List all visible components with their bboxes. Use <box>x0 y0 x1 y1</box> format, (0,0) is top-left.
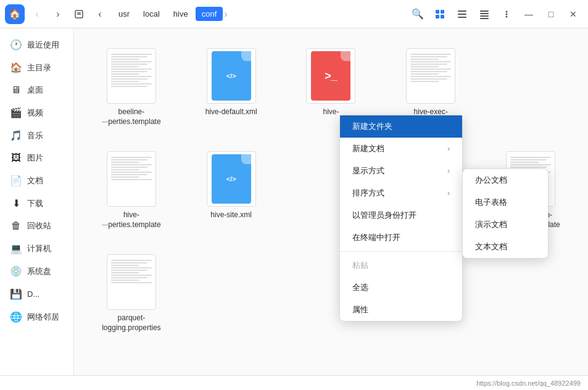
trash-icon: 🗑 <box>10 220 22 231</box>
sort-mode-arrow-icon: › <box>447 189 450 197</box>
list-item[interactable]: beeline-···perties.template <box>86 41 176 134</box>
svg-rect-4 <box>441 10 444 14</box>
maximize-button[interactable]: □ <box>541 4 561 24</box>
svg-rect-11 <box>480 13 489 14</box>
music-icon: 🎵 <box>10 130 22 141</box>
svg-rect-10 <box>480 10 489 12</box>
svg-rect-9 <box>458 17 466 18</box>
ctx-new-doc[interactable]: 新建文档 › 办公文档 电子表格 演示文档 文本文档 <box>340 138 462 160</box>
close-button[interactable]: ✕ <box>563 4 583 24</box>
titlebar: 🏠 ‹ › ‹ usr local hive conf › 🔍 — □ ✕ <box>0 0 588 28</box>
home-icon: 🏠 <box>10 62 22 73</box>
nav-forward-button[interactable]: › <box>49 6 67 23</box>
list-view-button[interactable] <box>452 4 472 24</box>
titlebar-actions: 🔍 — □ ✕ <box>408 4 583 24</box>
file-name: hive-···perties.template <box>102 210 160 230</box>
ctx-open-as-admin[interactable]: 以管理员身份打开 <box>340 204 462 226</box>
breadcrumb-conf[interactable]: conf <box>196 7 223 21</box>
ctx-display-mode[interactable]: 显示方式 › <box>340 160 462 182</box>
breadcrumb-hive[interactable]: hive <box>167 7 194 21</box>
sidebar-item-music-label: 音乐 <box>27 130 43 141</box>
breadcrumb-local[interactable]: local <box>137 7 166 21</box>
sidebar-item-system-disk-label: 系统盘 <box>27 266 51 277</box>
ctx-sort-mode[interactable]: 排序方式 › <box>340 182 462 204</box>
submenu-item-text-doc[interactable]: 文本文档 <box>463 236 548 258</box>
sidebar-item-music[interactable]: 🎵 音乐 <box>2 125 71 146</box>
pictures-icon: 🖼 <box>10 152 22 164</box>
search-button[interactable]: 🔍 <box>408 4 428 24</box>
detail-view-button[interactable] <box>474 4 494 24</box>
context-menu: 新建文件夹 新建文档 › 办公文档 电子表格 演示文档 文本文档 显示方式 › … <box>339 115 463 322</box>
sidebar-item-pictures[interactable]: 🖼 图片 <box>2 147 71 168</box>
clock-icon: 🕐 <box>10 39 22 51</box>
sidebar-item-downloads[interactable]: ⬇ 下载 <box>2 193 71 214</box>
nav-back-button[interactable]: ‹ <box>28 6 46 23</box>
sidebar-item-trash[interactable]: 🗑 回收站 <box>2 215 71 236</box>
svg-rect-3 <box>436 10 439 14</box>
file-name: hive-site.xml <box>210 210 252 220</box>
sidebar-item-network[interactable]: 🌐 网络邻居 <box>2 306 71 328</box>
list-item[interactable]: </> hive-site.xml <box>186 144 276 237</box>
drive-icon: 💾 <box>10 288 22 300</box>
minimize-button[interactable]: — <box>519 4 539 24</box>
nav-parent-button[interactable]: ‹ <box>91 6 109 23</box>
file-thumbnail <box>107 254 156 310</box>
file-name: beeline-···perties.template <box>102 107 160 127</box>
file-name: parquet-logging.properties <box>102 313 160 333</box>
breadcrumb-usr[interactable]: usr <box>112 7 136 21</box>
submenu-item-presentation[interactable]: 演示文档 <box>463 214 548 236</box>
file-content: beeline-···perties.template </> hive-def… <box>74 28 588 375</box>
svg-rect-5 <box>436 15 439 19</box>
file-thumbnail <box>107 48 156 104</box>
ctx-open-terminal[interactable]: 在终端中打开 <box>340 226 462 249</box>
statusbar: https://blog.csdn.net/qq_48922499 <box>0 375 588 390</box>
ctx-select-all[interactable]: 全选 <box>340 276 462 299</box>
sidebar-item-system-disk[interactable]: 💿 系统盘 <box>2 260 71 282</box>
network-icon: 🌐 <box>10 311 22 323</box>
grid-view-button[interactable] <box>430 4 450 24</box>
file-thumbnail: >_ <box>306 48 355 104</box>
statusbar-url: https://blog.csdn.net/qq_48922499 <box>476 380 581 387</box>
sidebar-item-home[interactable]: 🏠 主目录 <box>2 57 71 78</box>
app-logo: 🏠 <box>5 4 25 24</box>
sidebar-item-d-drive[interactable]: 💾 D... <box>2 283 71 305</box>
sidebar-item-video[interactable]: 🎬 视频 <box>2 102 71 123</box>
file-thumbnail <box>406 48 455 104</box>
submenu-item-office-doc[interactable]: 办公文档 <box>463 169 548 191</box>
nav-history-button[interactable] <box>70 6 88 23</box>
svg-rect-1 <box>77 12 81 14</box>
downloads-icon: ⬇ <box>10 197 22 209</box>
svg-rect-13 <box>480 18 489 19</box>
sidebar-item-desktop[interactable]: 🖥 桌面 <box>2 80 71 101</box>
submenu-item-spreadsheet[interactable]: 电子表格 <box>463 191 548 214</box>
sidebar-item-recent[interactable]: 🕐 最近使用 <box>2 34 71 56</box>
list-item[interactable]: hive-···perties.template <box>86 144 176 237</box>
menu-button[interactable] <box>497 4 516 24</box>
list-item[interactable]: parquet-logging.properties <box>86 247 176 340</box>
sidebar-item-documents[interactable]: 📄 文档 <box>2 170 71 191</box>
sidebar-item-recent-label: 最近使用 <box>27 39 59 51</box>
sidebar-item-network-label: 网络邻居 <box>27 312 59 323</box>
computer-icon: 💻 <box>10 243 22 254</box>
breadcrumb: usr local hive conf › <box>112 7 404 21</box>
display-mode-arrow-icon: › <box>447 167 450 175</box>
ctx-paste[interactable]: 粘贴 <box>340 254 462 276</box>
svg-rect-2 <box>77 14 81 15</box>
sidebar-item-d-drive-label: D... <box>27 289 39 299</box>
sidebar-item-computer[interactable]: 💻 计算机 <box>2 238 71 259</box>
sidebar-item-video-label: 视频 <box>27 107 43 118</box>
submenu-arrow-icon: › <box>447 144 450 153</box>
sidebar-item-pictures-label: 图片 <box>27 152 43 164</box>
list-item <box>486 41 576 134</box>
svg-point-14 <box>506 10 508 12</box>
submenu-new-doc: 办公文档 电子表格 演示文档 文本文档 <box>462 168 549 259</box>
file-thumbnail: </> <box>207 151 256 207</box>
sidebar-item-trash-label: 回收站 <box>27 220 51 231</box>
list-item[interactable]: </> hive-default.xml <box>186 41 276 134</box>
ctx-new-folder[interactable]: 新建文件夹 <box>340 115 462 138</box>
ctx-divider-1 <box>340 251 462 252</box>
file-name: hive-default.xml <box>205 107 257 117</box>
file-thumbnail: </> <box>207 48 256 104</box>
ctx-properties[interactable]: 属性 <box>340 299 462 321</box>
file-thumbnail <box>107 151 156 207</box>
